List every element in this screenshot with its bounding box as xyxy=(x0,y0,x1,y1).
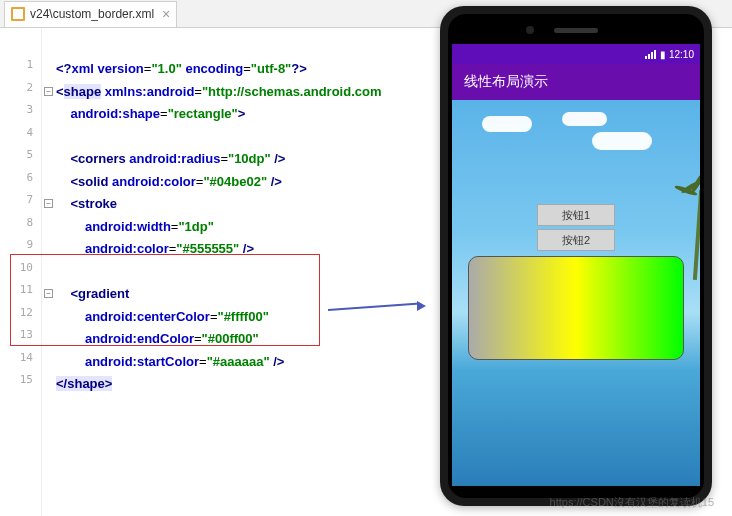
line-number: 8 xyxy=(0,216,41,239)
phone-screen: ▮ 12:10 线性布局演示 按钮1 按钮2 xyxy=(452,44,700,486)
fold-column: − − − xyxy=(42,28,56,516)
line-number: 14 xyxy=(0,351,41,374)
line-gutter: 1 2 3 4 5 6 7 8 9 10 11 12 13 14 15 xyxy=(0,28,42,516)
xml-file-icon xyxy=(11,7,25,21)
phone-mockup: ▮ 12:10 线性布局演示 按钮1 按钮2 xyxy=(440,6,712,506)
button-1[interactable]: 按钮1 xyxy=(537,204,615,226)
line-number: 2 xyxy=(0,81,41,104)
phone-camera xyxy=(526,26,534,34)
button-2[interactable]: 按钮2 xyxy=(537,229,615,251)
status-bar: ▮ 12:10 xyxy=(452,44,700,64)
gradient-preview xyxy=(468,256,684,360)
line-number: 5 xyxy=(0,148,41,171)
fold-icon[interactable]: − xyxy=(44,87,53,96)
battery-icon: ▮ xyxy=(660,49,666,60)
app-title: 线性布局演示 xyxy=(464,73,548,91)
button-column: 按钮1 按钮2 xyxy=(537,204,615,251)
line-number: 13 xyxy=(0,328,41,351)
fold-icon[interactable]: − xyxy=(44,289,53,298)
line-number: 4 xyxy=(0,126,41,149)
phone-speaker xyxy=(554,28,598,33)
background-image: 按钮1 按钮2 xyxy=(452,100,700,486)
line-number: 1 xyxy=(0,58,41,81)
line-number: 3 xyxy=(0,103,41,126)
line-number: 7 xyxy=(0,193,41,216)
signal-icon xyxy=(645,49,657,59)
line-number: 6 xyxy=(0,171,41,194)
close-icon[interactable]: × xyxy=(162,6,170,22)
tab-filename: v24\custom_border.xml xyxy=(30,7,154,21)
status-time: 12:10 xyxy=(669,49,694,60)
line-number: 9 xyxy=(0,238,41,261)
app-bar: 线性布局演示 xyxy=(452,64,700,100)
line-number: 10 xyxy=(0,261,41,284)
line-number: 11 xyxy=(0,283,41,306)
line-number: 12 xyxy=(0,306,41,329)
file-tab[interactable]: v24\custom_border.xml × xyxy=(4,1,177,27)
fold-icon[interactable]: − xyxy=(44,199,53,208)
line-number: 15 xyxy=(0,373,41,396)
